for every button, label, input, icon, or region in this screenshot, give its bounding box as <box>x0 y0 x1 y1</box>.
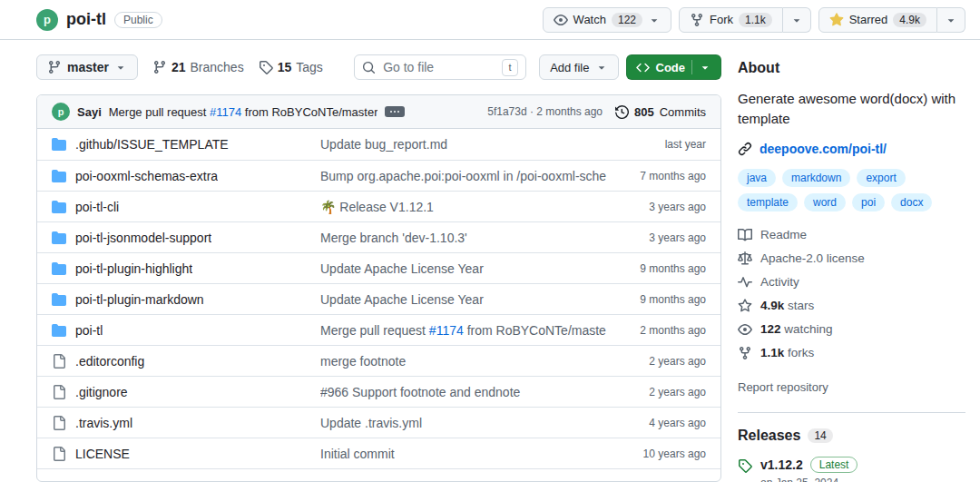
chevron-down-icon <box>945 14 957 26</box>
go-to-file-input[interactable] <box>383 60 495 74</box>
sidebar-detail-item[interactable]: Readme <box>738 228 965 242</box>
file-name[interactable]: .travis.yml <box>75 416 132 430</box>
latest-release[interactable]: v1.12.2 Latest on Jan 25, 2024 <box>738 457 965 482</box>
commit-message-cell[interactable]: Bump org.apache.poi:poi-ooxml in /poi-oo… <box>320 169 606 183</box>
commit-date-cell: 10 years ago <box>606 448 706 460</box>
topics-list: javamarkdownexporttemplatewordpoidocx <box>738 169 965 211</box>
file-name-cell: .gitignore <box>52 385 320 399</box>
topic-pill[interactable]: docx <box>891 193 932 211</box>
commit-date-cell: last year <box>606 138 706 151</box>
releases-title: Releases <box>738 428 800 444</box>
file-name[interactable]: poi-ooxml-schemas-extra <box>75 169 218 183</box>
commit-message-cell[interactable]: 🌴 Release V1.12.1 <box>320 200 606 214</box>
topic-pill[interactable]: markdown <box>782 169 850 187</box>
file-name-cell: .github/ISSUE_TEMPLATE <box>52 137 320 152</box>
topic-pill[interactable]: template <box>738 193 798 211</box>
sidebar-detail-item[interactable]: 122 watching <box>738 322 965 337</box>
file-name[interactable]: poi-tl-jsonmodel-support <box>75 231 211 245</box>
commit-message-cell[interactable]: Initial commit <box>320 447 606 461</box>
chevron-down-icon <box>114 61 127 74</box>
file-table: p Sayi Merge pull request #1174 from RoB… <box>36 94 721 482</box>
file-name[interactable]: poi-tl-plugin-markdown <box>75 292 204 307</box>
file-name[interactable]: poi-tl-cli <box>75 200 119 214</box>
fork-button[interactable]: Fork 1.1k <box>679 7 783 33</box>
watch-button[interactable]: Watch 122 <box>543 7 671 33</box>
commit-message-cell[interactable]: Update Apache License Year <box>320 292 606 307</box>
file-name[interactable]: .gitignore <box>75 385 128 399</box>
topic-pill[interactable]: java <box>738 169 776 187</box>
star-dropdown-button[interactable] <box>937 7 965 33</box>
file-name-cell: .travis.yml <box>52 416 320 430</box>
commit-message-cell[interactable]: merge footnote <box>320 354 606 369</box>
git-branch-icon <box>152 60 167 74</box>
releases-header[interactable]: Releases 14 <box>738 428 965 444</box>
file-name[interactable]: poi-tl <box>75 323 103 338</box>
committer-avatar[interactable]: p <box>52 103 70 121</box>
folder-icon <box>52 323 66 338</box>
file-name-cell: poi-tl <box>52 323 320 338</box>
report-repository-link[interactable]: Report repository <box>738 380 828 394</box>
commit-message-cell[interactable]: #966 Support footnote and endnote <box>320 385 606 399</box>
sidebar-detail-item[interactable]: Apache-2.0 license <box>738 251 965 266</box>
file-name[interactable]: poi-tl-plugin-highlight <box>75 261 192 276</box>
star-button-group: Starred 4.9k <box>818 7 965 33</box>
topic-pill[interactable]: word <box>804 193 846 211</box>
commit-message-cell[interactable]: Merge pull request #1174 from RoBYCoNTe/… <box>320 323 606 338</box>
branches-label: Branches <box>191 60 244 74</box>
fork-label: Fork <box>710 13 733 26</box>
website-link[interactable]: deepoove.com/poi-tl/ <box>760 142 887 156</box>
org-avatar[interactable]: p <box>36 9 58 31</box>
tags-link[interactable]: 15 Tags <box>259 60 323 74</box>
search-icon <box>362 61 376 74</box>
release-version[interactable]: v1.12.2 <box>760 457 803 472</box>
repo-name[interactable]: poi-tl <box>66 10 106 29</box>
star-count: 4.9k <box>893 13 926 27</box>
law-icon <box>738 251 752 266</box>
sidebar-detail-item[interactable]: 1.1k forks <box>738 346 965 360</box>
commit-message-cell[interactable]: Update .travis.yml <box>320 416 606 430</box>
branch-selector[interactable]: master <box>36 54 138 80</box>
commit-message-cell[interactable]: Update bug_report.md <box>320 137 606 152</box>
tag-icon <box>259 60 273 74</box>
file-name-cell: .editorconfig <box>52 354 320 369</box>
fork-dropdown-button[interactable] <box>783 7 811 33</box>
commit-message[interactable]: Merge pull request #1174 from RoBYCoNTe/… <box>109 105 378 119</box>
file-rows: .github/ISSUE_TEMPLATE Update bug_report… <box>37 129 720 468</box>
topic-pill[interactable]: poi <box>852 193 885 211</box>
pr-link[interactable]: #1174 <box>210 105 241 119</box>
repo-toolbar: master 21 Branches 15 <box>36 54 721 80</box>
repo-title-group: p poi-tl Public <box>36 9 162 31</box>
file-name-cell: poi-tl-plugin-highlight <box>52 261 320 276</box>
commit-history-link[interactable]: 805 Commits <box>615 105 706 119</box>
starred-button[interactable]: Starred 4.9k <box>818 7 937 33</box>
commit-sha-time[interactable]: 5f1a73d · 2 months ago <box>487 105 603 118</box>
file-name[interactable]: LICENSE <box>75 447 130 461</box>
sidebar-detail-item[interactable]: 4.9k stars <box>738 299 965 313</box>
folder-icon <box>52 261 66 276</box>
commit-date-cell: 7 months ago <box>606 170 706 182</box>
repo-description: Generate awesome word(docx) with templat… <box>738 89 965 129</box>
add-file-button[interactable]: Add file <box>539 54 618 80</box>
sidebar-detail-item[interactable]: Activity <box>738 275 965 290</box>
topic-pill[interactable]: export <box>857 169 905 187</box>
commit-meta: 5f1a73d · 2 months ago 805 Commits <box>487 105 706 119</box>
sidebar: About Generate awesome word(docx) with t… <box>738 54 965 482</box>
file-name[interactable]: .github/ISSUE_TEMPLATE <box>75 137 229 152</box>
commit-message-cell[interactable]: Update Apache License Year <box>320 261 606 276</box>
commit-message-expand-button[interactable] <box>385 106 405 117</box>
git-branch-icon <box>47 60 62 74</box>
eye-icon <box>554 13 568 27</box>
issue-link[interactable]: #1174 <box>429 323 464 338</box>
table-row: poi-tl Merge pull request #1174 from RoB… <box>37 314 720 345</box>
releases-count-badge: 14 <box>808 428 832 443</box>
fork-icon <box>738 346 752 360</box>
commit-author[interactable]: Sayi <box>77 105 102 119</box>
go-to-file-search[interactable]: t <box>354 54 526 80</box>
code-button[interactable]: Code <box>626 54 722 80</box>
table-row: LICENSE Initial commit 10 years ago <box>37 438 720 468</box>
commit-message-cell[interactable]: Merge branch 'dev-1.10.3' <box>320 231 606 245</box>
file-name[interactable]: .editorconfig <box>75 354 144 369</box>
branches-link[interactable]: 21 Branches <box>152 60 244 74</box>
star-label: Starred <box>849 13 888 26</box>
link-icon <box>738 142 752 156</box>
